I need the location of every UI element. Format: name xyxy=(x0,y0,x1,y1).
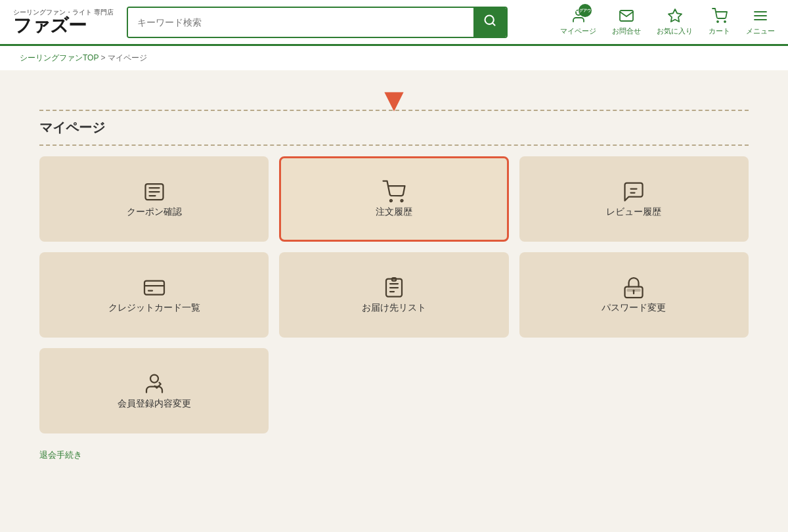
svg-rect-28 xyxy=(627,289,641,292)
breadcrumb: シーリングファンTOP > マイページ xyxy=(0,46,788,70)
svg-point-4 xyxy=(717,21,718,22)
search-icon xyxy=(483,14,496,30)
header: シーリングファン・ライト 専門店 ファズー ログアウト マイページ xyxy=(0,0,788,46)
credit-card-card[interactable]: クレジットカード一覧 xyxy=(39,252,269,338)
favorites-icon xyxy=(667,8,683,25)
svg-point-5 xyxy=(724,21,726,22)
password-card[interactable]: パスワード変更 xyxy=(519,252,749,338)
profile-label: 会員登録内容変更 xyxy=(118,398,191,410)
nav-cart[interactable]: カート xyxy=(709,8,730,36)
menu-icon xyxy=(753,8,768,25)
password-label: パスワード変更 xyxy=(602,302,666,314)
withdraw-link[interactable]: 退会手続き xyxy=(39,449,82,461)
address-label: お届け先リスト xyxy=(362,302,426,314)
logo-subtitle: シーリングファン・ライト 専門店 xyxy=(13,9,114,16)
logo[interactable]: シーリングファン・ライト 専門店 ファズー xyxy=(13,9,114,36)
profile-icon xyxy=(142,372,166,398)
nav-favorites[interactable]: お気に入り xyxy=(657,8,693,36)
svg-rect-17 xyxy=(144,281,164,295)
breadcrumb-current: マイページ xyxy=(108,53,147,62)
svg-point-14 xyxy=(401,200,403,202)
down-arrow-icon: ▼ xyxy=(378,83,410,116)
nav-icons: ログアウト マイページ お問合せ お気に入り xyxy=(560,8,775,36)
logout-badge: ログアウト xyxy=(579,4,592,17)
nav-inquiry[interactable]: お問合せ xyxy=(612,8,641,36)
nav-mypage[interactable]: ログアウト マイページ xyxy=(560,8,596,36)
arrow-annotation: ▼ xyxy=(39,83,749,116)
page-title: マイページ xyxy=(39,119,749,137)
coupon-icon xyxy=(142,180,166,206)
grid-row-2: クレジットカード一覧 お届け先リスト xyxy=(39,252,749,338)
breadcrumb-separator: > xyxy=(98,53,108,62)
nav-mypage-label: マイページ xyxy=(560,26,596,36)
profile-card[interactable]: 会員登録内容変更 xyxy=(39,348,269,433)
logo-title: ファズー xyxy=(13,16,114,36)
svg-point-13 xyxy=(390,200,392,202)
review-label: レビュー履歴 xyxy=(606,206,661,218)
nav-favorites-label: お気に入り xyxy=(657,26,693,36)
cart-icon xyxy=(712,8,728,25)
inquiry-icon xyxy=(619,8,634,25)
review-card[interactable]: レビュー履歴 xyxy=(519,156,749,242)
coupon-label: クーポン確認 xyxy=(127,206,182,218)
credit-card-icon xyxy=(142,276,166,302)
search-button[interactable] xyxy=(473,8,506,37)
order-label: 注文履歴 xyxy=(376,206,412,218)
breadcrumb-top-link[interactable]: シーリングファンTOP xyxy=(20,53,98,62)
grid-row-3: 会員登録内容変更 xyxy=(39,348,749,433)
nav-cart-label: カート xyxy=(709,26,730,36)
svg-marker-3 xyxy=(668,9,682,22)
nav-inquiry-label: お問合せ xyxy=(612,26,641,36)
grid-row-1: クーポン確認 注文履歴 レビュー履歴 xyxy=(39,156,749,242)
search-area xyxy=(127,7,508,38)
order-icon xyxy=(382,180,406,206)
review-icon xyxy=(622,180,646,206)
address-icon xyxy=(382,276,406,302)
nav-menu[interactable]: メニュー xyxy=(746,8,775,36)
address-card[interactable]: お届け先リスト xyxy=(279,252,508,338)
svg-point-29 xyxy=(150,375,158,383)
search-input[interactable] xyxy=(128,8,473,37)
svg-line-1 xyxy=(492,23,495,26)
mypage-icon: ログアウト xyxy=(571,8,586,25)
password-icon xyxy=(622,276,646,302)
nav-menu-label: メニュー xyxy=(746,26,775,36)
coupon-card[interactable]: クーポン確認 xyxy=(39,156,269,242)
credit-card-label: クレジットカード一覧 xyxy=(108,302,200,314)
main-content: ▼ マイページ クーポン確認 xyxy=(0,70,788,487)
order-history-card[interactable]: 注文履歴 xyxy=(279,156,508,242)
